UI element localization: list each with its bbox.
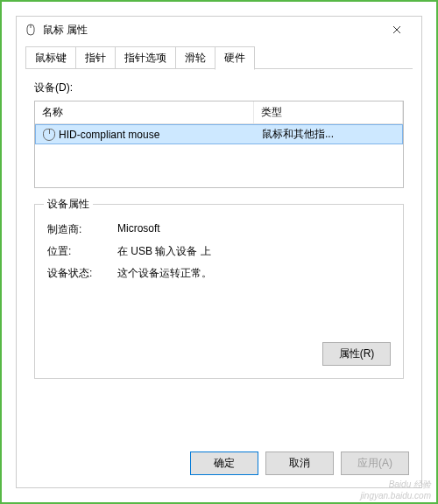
devices-list[interactable]: 名称 类型 HID-compliant mouse 鼠标和其他指... <box>34 101 404 188</box>
location-value: 在 USB 输入设备 上 <box>117 244 391 259</box>
location-label: 位置: <box>47 244 117 259</box>
tab-wheel[interactable]: 滑轮 <box>175 46 215 69</box>
cancel-button[interactable]: 取消 <box>265 452 334 475</box>
status-value: 这个设备运转正常。 <box>117 266 391 281</box>
tab-pointers[interactable]: 指针 <box>75 46 116 69</box>
group-title: 设备属性 <box>44 197 93 212</box>
tab-buttons[interactable]: 鼠标键 <box>25 46 76 69</box>
watermark-line2: jingyan.baidu.com <box>360 491 431 500</box>
manufacturer-label: 制造商: <box>47 222 117 237</box>
window-title: 鼠标 属性 <box>43 23 379 38</box>
properties-button[interactable]: 属性(R) <box>322 342 391 366</box>
col-name[interactable]: 名称 <box>35 102 254 123</box>
devices-label: 设备(D): <box>34 80 404 95</box>
list-cell-type: 鼠标和其他指... <box>255 125 402 144</box>
mouse-icon <box>24 23 38 37</box>
watermark-line1: Baidu 经验 <box>360 479 431 491</box>
ok-button[interactable]: 确定 <box>190 452 258 475</box>
list-cell-name: HID-compliant mouse <box>36 127 255 143</box>
status-label: 设备状态: <box>47 266 117 281</box>
manufacturer-value: Microsoft <box>117 222 391 237</box>
device-name: HID-compliant mouse <box>59 129 159 141</box>
tab-hardware[interactable]: 硬件 <box>215 46 255 70</box>
titlebar: 鼠标 属性 <box>17 17 421 43</box>
close-button[interactable] <box>379 18 414 42</box>
apply-button[interactable]: 应用(A) <box>341 452 409 475</box>
mouse-device-icon <box>43 129 55 141</box>
col-type[interactable]: 类型 <box>254 102 403 123</box>
tab-strip: 鼠标键 指针 指针选项 滑轮 硬件 <box>17 46 421 69</box>
hardware-tab-content: 设备(D): 名称 类型 HID-compliant mouse 鼠标和其他指.… <box>17 70 421 443</box>
device-properties-group: 设备属性 制造商: Microsoft 位置: 在 USB 输入设备 上 设备状… <box>34 204 404 379</box>
mouse-properties-dialog: 鼠标 属性 鼠标键 指针 指针选项 滑轮 硬件 设备(D): 名称 类型 HID… <box>16 16 422 488</box>
list-header: 名称 类型 <box>35 102 403 124</box>
tab-pointer-options[interactable]: 指针选项 <box>115 46 176 69</box>
list-row[interactable]: HID-compliant mouse 鼠标和其他指... <box>35 124 403 144</box>
watermark: Baidu 经验 jingyan.baidu.com <box>360 479 431 500</box>
